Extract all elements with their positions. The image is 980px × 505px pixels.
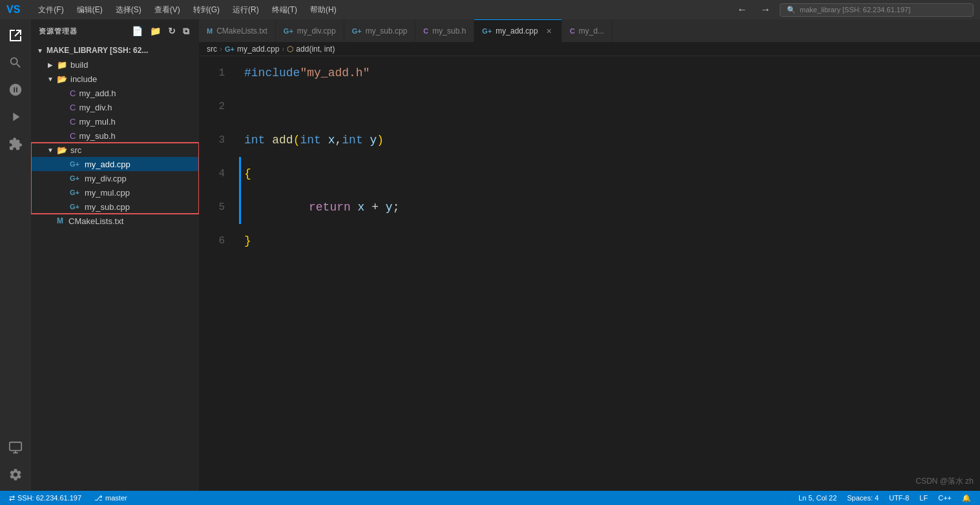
new-file-icon[interactable]: 📄 [130,25,145,38]
nav-forward-button[interactable]: → [756,3,775,17]
activity-remote[interactable] [5,437,26,459]
code-line-1: #include"my_add.h" [244,56,980,90]
breadcrumb-function[interactable]: add(int, int) [296,45,335,54]
breadcrumb-file[interactable]: my_add.cpp [237,45,279,54]
sidebar-item-my-add-cpp[interactable]: G+ my_add.cpp [31,157,199,171]
menu-help[interactable]: 帮助(H) [305,3,342,17]
my-add-h-label: my_add.h [79,88,116,98]
status-notifications[interactable]: 🔔 [959,494,974,502]
menu-view[interactable]: 查看(V) [149,3,185,17]
token-x-val: x [351,191,371,224]
c-file-icon-div: C [70,103,76,112]
token-semicolon: ; [393,191,400,224]
menu-terminal[interactable]: 终端(T) [267,3,302,17]
title-search-box[interactable]: 🔍 make_library [SSH: 62.234.61.197] [780,3,974,17]
src-chevron: ▼ [47,147,54,154]
branch-label: master [105,494,127,502]
menu-goto[interactable]: 转到(G) [188,3,225,17]
token-return: return [309,191,351,224]
line-num-1: 1 [199,56,225,90]
vscode-logo: VS [6,4,20,15]
line-num-3: 3 [199,123,225,157]
include-folder-icon: 📂 [57,74,67,84]
workspace-root[interactable]: ▼ MAKE_LIBRARY [SSH: 62... [31,43,199,57]
search-icon: 🔍 [787,6,796,14]
menu-edit[interactable]: 编辑(E) [72,3,108,17]
tab-my-add-cpp[interactable]: G+ my_add.cpp × [474,19,562,42]
sidebar-item-include[interactable]: ▼ 📂 include [31,72,199,86]
activity-extensions[interactable] [5,133,26,155]
code-editor[interactable]: 1 2 3 4 5 6 #include"my_add.h" int add(i… [199,56,980,491]
refresh-icon[interactable]: ↻ [167,25,178,38]
sidebar-header-icons: 📄 📁 ↻ ⧉ [130,25,191,38]
sidebar-item-build[interactable]: ▶ 📁 build [31,57,199,72]
token-comma: , [335,123,342,157]
src-label: src [70,145,81,155]
tab-my-d-partial[interactable]: C my_d... [562,19,612,42]
my-sub-h-label: my_sub.h [79,131,115,141]
tab-cmakelists-label: CMakeLists.txt [216,26,267,36]
search-text: make_library [SSH: 62.234.61.197] [800,6,910,14]
status-eol[interactable]: LF [917,494,930,502]
activity-search[interactable] [5,52,26,74]
cpp-file-icon-add: G+ [70,160,79,168]
status-spaces[interactable]: Spaces: 4 [844,494,881,502]
sidebar-item-my-div-cpp[interactable]: G+ my_div.cpp [31,171,199,185]
tab-my-add-cpp-close[interactable]: × [545,25,554,37]
activity-settings[interactable] [5,464,26,486]
sidebar-item-my-sub-cpp[interactable]: G+ my_sub.cpp [31,200,199,214]
build-chevron: ▶ [47,61,54,68]
titlebar: VS 文件(F) 编辑(E) 选择(S) 查看(V) 转到(G) 运行(R) 终… [0,0,980,19]
collapse-all-icon[interactable]: ⧉ [182,25,191,38]
remote-icon: ⇄ [9,494,15,502]
status-branch[interactable]: ⎇ master [92,491,130,505]
breadcrumb-sep-2: › [282,45,284,54]
sidebar-item-cmakelists[interactable]: M CMakeLists.txt [31,214,199,228]
status-remote[interactable]: ⇄ SSH: 62.234.61.197 [6,491,84,505]
status-cursor[interactable]: Ln 5, Col 22 [796,494,839,502]
menu-select[interactable]: 选择(S) [110,3,147,17]
tab-my-sub-cpp[interactable]: G+ my_sub.cpp [344,19,416,42]
tab-cmakelists[interactable]: M CMakeLists.txt [199,19,276,42]
menu-run[interactable]: 运行(R) [227,3,264,17]
sidebar-item-src[interactable]: ▼ 📂 src [31,143,199,157]
line-indicator-5 [239,191,241,224]
breadcrumb-src[interactable]: src [207,45,217,54]
tab-my-sub-h[interactable]: C my_sub.h [415,19,474,42]
c-file-icon-sub: C [70,131,76,141]
nav-back-button[interactable]: ← [733,3,751,17]
sidebar-item-my-sub-h[interactable]: C my_sub.h [31,129,199,143]
activity-git[interactable] [5,79,26,101]
sidebar-item-my-div-h[interactable]: C my_div.h [31,100,199,114]
code-content[interactable]: #include"my_add.h" int add(int x,int y) … [238,56,980,491]
tab-my-div-cpp-icon: G+ [284,27,293,35]
sidebar: 资源管理器 📄 📁 ↻ ⧉ ▼ MAKE_LIBRARY [SSH: 62...… [31,19,199,491]
status-lang[interactable]: C++ [935,494,954,502]
new-folder-icon[interactable]: 📁 [149,25,163,38]
editor-container: M CMakeLists.txt G+ my_div.cpp G+ my_sub… [199,19,980,491]
titlebar-menu: 文件(F) 编辑(E) 选择(S) 查看(V) 转到(G) 运行(R) 终端(T… [33,3,341,17]
sidebar-item-my-add-h[interactable]: C my_add.h [31,86,199,100]
sidebar-header: 资源管理器 📄 📁 ↻ ⧉ [31,19,199,43]
token-int-type: int [244,123,272,157]
token-close-brace: } [244,224,251,258]
activity-run[interactable] [5,106,26,128]
watermark: CSDN @落水 zh [915,476,974,487]
tab-my-div-cpp[interactable]: G+ my_div.cpp [276,19,344,42]
cpp-file-icon-div: G+ [70,174,79,182]
status-encoding[interactable]: UTF-8 [886,494,912,502]
sidebar-item-my-mul-cpp[interactable]: G+ my_mul.cpp [31,185,199,200]
activity-explorer[interactable] [5,25,26,46]
tab-my-add-cpp-icon: G+ [482,27,492,35]
tab-my-add-cpp-label: my_add.cpp [495,26,537,36]
sidebar-item-my-mul-h[interactable]: C my_mul.h [31,114,199,129]
explorer-tree: ▼ MAKE_LIBRARY [SSH: 62... ▶ 📁 build ▼ 📂… [31,43,199,491]
include-label: include [70,74,97,84]
token-int-x-type: int [300,123,328,157]
menu-file[interactable]: 文件(F) [33,3,68,17]
status-bar: ⇄ SSH: 62.234.61.197 ⎇ master Ln 5, Col … [0,491,980,505]
token-include-file: "my_add.h" [300,56,370,90]
token-int-y-type: int [342,123,370,157]
tabs-bar: M CMakeLists.txt G+ my_div.cpp G+ my_sub… [199,19,980,42]
line-num-5: 5 [199,191,225,224]
